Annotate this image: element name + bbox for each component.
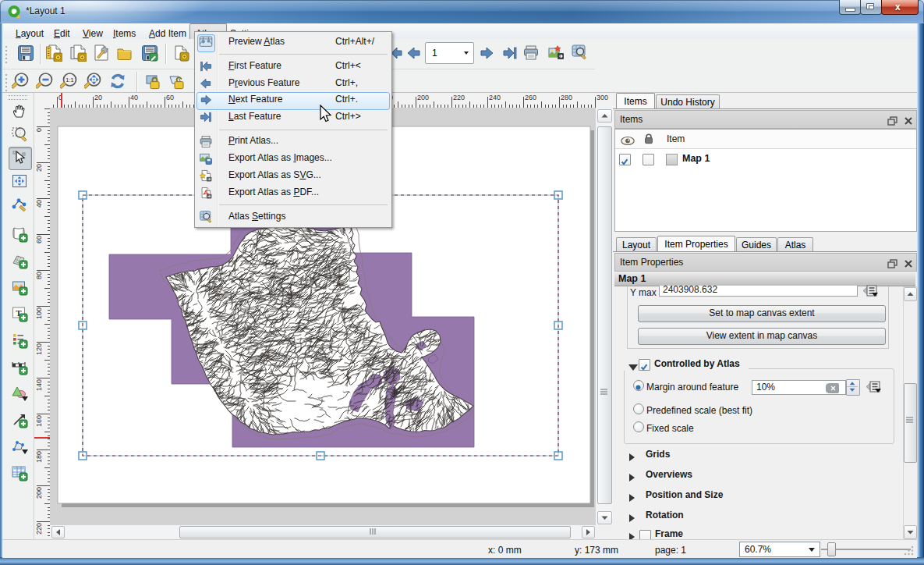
svg-text:1:1: 1:1	[65, 76, 73, 84]
